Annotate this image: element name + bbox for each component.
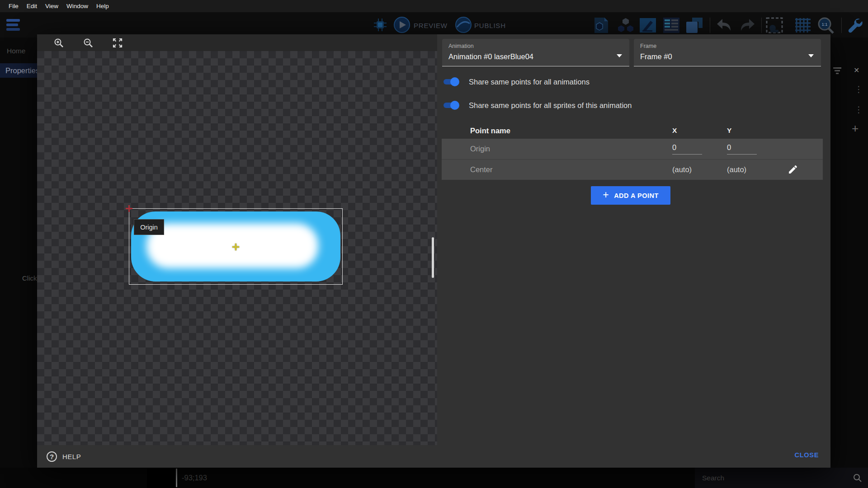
share-points-all-sprites-row: Share same points for all sprites of thi… <box>442 99 632 111</box>
menu-view[interactable]: View <box>41 3 62 9</box>
grid-icon[interactable] <box>794 17 811 33</box>
share-points-all-animations-toggle[interactable] <box>442 77 459 86</box>
add-a-point-label: ADD A POINT <box>614 192 659 199</box>
kebab-menu-icon[interactable]: ⋮ <box>854 105 863 114</box>
main-toolbar: PREVIEW PUBLISH <box>0 12 868 38</box>
points-table-header: Point name X Y <box>442 122 823 139</box>
help-icon: ? <box>47 451 57 462</box>
toolbar-separator <box>761 18 762 33</box>
search-box <box>695 468 868 488</box>
column-y: Y <box>727 122 731 139</box>
sprite-canvas[interactable]: Origin <box>37 34 437 445</box>
canvas-scrollbar[interactable] <box>432 237 434 278</box>
origin-point-tooltip: Origin <box>134 219 164 235</box>
debug-icon[interactable] <box>373 18 387 32</box>
animation-select-value: Animation #0 laserBlue04 <box>448 52 623 61</box>
table-row-center: Center (auto) (auto) <box>442 159 823 180</box>
preview-play-icon[interactable] <box>393 16 410 33</box>
share-points-all-animations-row: Share same points for all animations <box>442 76 590 88</box>
publish-globe-icon[interactable] <box>455 16 472 33</box>
wrench-icon[interactable] <box>846 17 863 33</box>
center-y-value: (auto) <box>727 160 746 180</box>
origin-point-marker[interactable] <box>126 205 132 212</box>
tab-home[interactable]: Home <box>7 47 25 55</box>
points-panel: Animation Animation #0 laserBlue04 Frame… <box>437 34 830 445</box>
cursor-coordinates: -93;193 <box>182 468 207 488</box>
menu-window[interactable]: Window <box>62 3 92 9</box>
column-point-name: Point name <box>470 122 510 139</box>
center-x-value: (auto) <box>672 160 692 180</box>
plus-icon: + <box>603 189 609 201</box>
table-row-origin: Origin <box>442 139 823 159</box>
toggle-label: Share same points for all sprites of thi… <box>469 101 632 110</box>
menu-file[interactable]: File <box>5 3 23 9</box>
frame-select[interactable]: Frame Frame #0 <box>634 39 821 66</box>
help-button[interactable]: ? HELP <box>47 450 81 463</box>
zoom-one-to-one-icon[interactable]: 1:1 <box>816 16 835 34</box>
preview-button[interactable]: PREVIEW <box>414 22 448 29</box>
kebab-menu-icon[interactable]: ⋮ <box>854 85 863 94</box>
animation-select[interactable]: Animation Animation #0 laserBlue04 <box>442 39 629 66</box>
transparency-checkerboard[interactable]: Origin <box>37 51 437 445</box>
toggle-label: Share same points for all animations <box>469 78 590 86</box>
undo-icon[interactable] <box>716 18 733 33</box>
behaviors-icon[interactable] <box>617 17 635 33</box>
frame-select-value: Frame #0 <box>640 52 815 61</box>
fit-to-screen-icon[interactable] <box>112 38 123 48</box>
status-bar: -93;193 <box>0 468 868 488</box>
share-points-all-sprites-toggle[interactable] <box>442 101 459 110</box>
publish-button[interactable]: PUBLISH <box>474 22 506 29</box>
animation-select-label: Animation <box>448 43 623 49</box>
canvas-toolbar <box>37 34 437 51</box>
search-icon <box>853 474 862 482</box>
properties-hint-text: Click <box>22 274 37 283</box>
edit-scene-icon[interactable] <box>639 17 657 33</box>
add-a-point-button[interactable]: + ADD A POINT <box>591 186 670 205</box>
selection-mask-icon[interactable] <box>766 17 783 33</box>
redo-icon[interactable] <box>738 18 755 33</box>
project-manager-icon[interactable] <box>6 18 22 33</box>
zoom-in-icon[interactable] <box>53 38 64 48</box>
toolbar-separator <box>710 18 710 33</box>
points-editor-dialog: Origin Animation Animation #0 laserBlue0… <box>37 34 830 468</box>
column-x: X <box>672 122 677 139</box>
dialog-footer: ? HELP CLOSE <box>37 445 830 468</box>
zoom-out-icon[interactable] <box>83 38 94 48</box>
close-button[interactable]: CLOSE <box>795 451 819 459</box>
pane-splitter[interactable] <box>176 469 177 487</box>
objects-icon[interactable] <box>593 17 610 33</box>
origin-y-input[interactable] <box>727 143 757 155</box>
toolbar-separator <box>841 18 842 33</box>
origin-x-input[interactable] <box>672 143 702 155</box>
status-bar-segment <box>147 468 176 488</box>
layers-icon[interactable] <box>686 17 703 33</box>
point-name: Origin <box>470 139 490 159</box>
center-point-marker[interactable] <box>232 244 239 250</box>
menu-help[interactable]: Help <box>92 3 113 9</box>
chevron-down-icon <box>617 54 622 57</box>
menu-edit[interactable]: Edit <box>23 3 41 9</box>
panel-add-icon[interactable]: + <box>852 122 859 134</box>
chevron-down-icon <box>808 54 814 57</box>
pencil-icon <box>788 164 798 175</box>
svg-text:1:1: 1:1 <box>822 22 828 27</box>
menu-bar: File Edit View Window Help <box>0 0 868 12</box>
panel-close-icon[interactable]: ✕ <box>854 67 859 74</box>
filter-icon[interactable] <box>833 67 842 75</box>
point-name: Center <box>470 160 493 180</box>
properties-panel-header[interactable]: Properties <box>0 63 37 78</box>
edit-center-point-button[interactable] <box>787 164 799 176</box>
help-label: HELP <box>62 453 81 460</box>
frame-select-label: Frame <box>640 43 815 49</box>
search-input[interactable] <box>701 474 853 483</box>
events-list-icon[interactable] <box>663 17 680 33</box>
